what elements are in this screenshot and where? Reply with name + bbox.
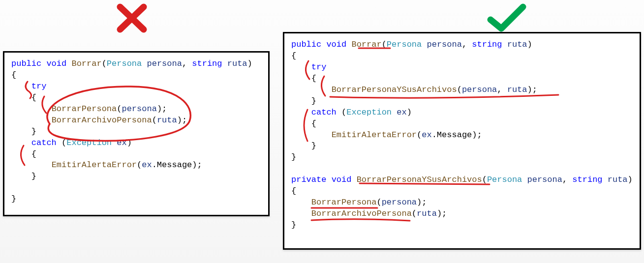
wrong-code-box: public void Borrar(Persona persona, stri…: [3, 51, 270, 216]
correct-code: public void Borrar(Persona persona, stri…: [291, 39, 633, 231]
correct-code-box: public void Borrar(Persona persona, stri…: [283, 32, 641, 250]
wrong-code: public void Borrar(Persona persona, stri…: [11, 58, 261, 205]
wrong-icon: [112, 1, 152, 38]
